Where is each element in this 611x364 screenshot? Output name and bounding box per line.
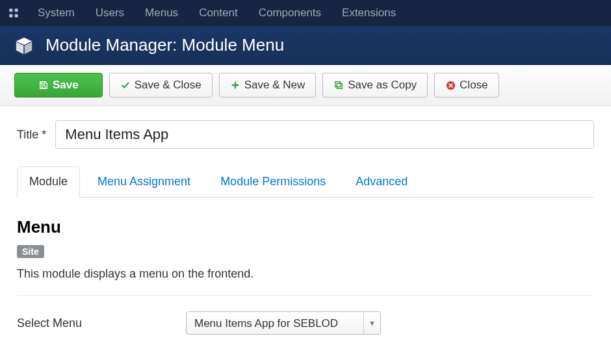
- menu-users[interactable]: Users: [86, 0, 133, 26]
- tab-menu-assignment[interactable]: Menu Assignment: [85, 166, 203, 198]
- menu-components[interactable]: Components: [250, 0, 330, 26]
- select-menu-dropdown[interactable]: Menu Items App for SEBLOD: [186, 311, 381, 335]
- select-menu-wrap: Menu Items App for SEBLOD ▼: [186, 311, 381, 335]
- svg-point-1: [14, 8, 18, 12]
- title-input[interactable]: [55, 120, 594, 149]
- title-row: Title *: [17, 120, 594, 149]
- svg-point-2: [9, 14, 13, 18]
- client-badge: Site: [17, 245, 44, 258]
- menu-extensions[interactable]: Extensions: [333, 0, 405, 26]
- toolbar: Save Save & Close Save & New Save as Cop…: [0, 65, 611, 106]
- close-label: Close: [460, 79, 488, 92]
- title-label: Title *: [17, 128, 46, 142]
- save-copy-button[interactable]: Save as Copy: [322, 73, 428, 98]
- save-new-button[interactable]: Save & New: [219, 73, 317, 98]
- tab-advanced[interactable]: Advanced: [343, 166, 420, 198]
- select-menu-row: Select Menu Menu Items App for SEBLOD ▼: [17, 311, 594, 335]
- module-cube-icon: [14, 36, 34, 55]
- page-titlebar: Module Manager: Module Menu: [0, 26, 611, 65]
- svg-point-0: [9, 8, 13, 12]
- save-copy-label: Save as Copy: [348, 79, 417, 92]
- module-description: This module displays a menu on the front…: [17, 267, 594, 281]
- close-button[interactable]: Close: [434, 73, 499, 98]
- save-new-label: Save & New: [244, 79, 306, 92]
- page-title: Module Manager: Module Menu: [46, 35, 284, 55]
- divider: [17, 295, 594, 296]
- save-label: Save: [53, 79, 79, 92]
- svg-rect-8: [335, 82, 341, 87]
- tab-module-permissions[interactable]: Module Permissions: [208, 166, 338, 198]
- close-icon: [445, 80, 456, 90]
- module-tab-content: Menu Site This module displays a menu on…: [17, 198, 594, 335]
- section-heading: Menu: [17, 217, 594, 237]
- menu-content[interactable]: Content: [190, 0, 247, 26]
- select-menu-label: Select Menu: [17, 317, 186, 330]
- content-area: Title * Module Menu Assignment Module Pe…: [0, 106, 611, 349]
- tabs: Module Menu Assignment Module Permission…: [17, 166, 594, 198]
- top-menubar: System Users Menus Content Components Ex…: [0, 0, 611, 26]
- tab-module[interactable]: Module: [17, 166, 80, 198]
- check-icon: [120, 80, 131, 90]
- copy-icon: [333, 80, 344, 90]
- joomla-logo-icon: [6, 6, 21, 20]
- save-close-label: Save & Close: [135, 79, 202, 92]
- menu-menus[interactable]: Menus: [136, 0, 187, 26]
- save-button[interactable]: Save: [14, 73, 103, 98]
- save-icon: [38, 80, 49, 90]
- svg-rect-9: [337, 83, 343, 88]
- menu-system[interactable]: System: [29, 0, 84, 26]
- svg-point-3: [14, 14, 18, 18]
- save-close-button[interactable]: Save & Close: [109, 73, 213, 98]
- svg-rect-7: [42, 86, 45, 88]
- plus-icon: [230, 80, 240, 90]
